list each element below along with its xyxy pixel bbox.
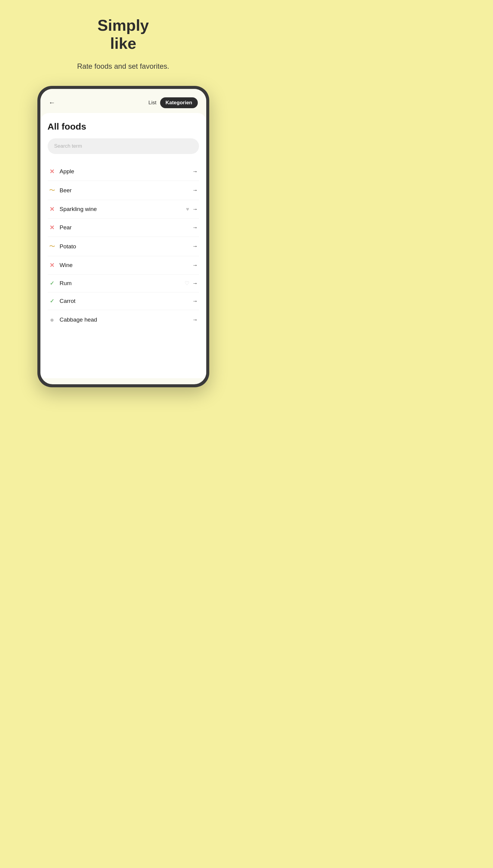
check-icon: ✓ (49, 280, 56, 287)
food-left: ● Cabbage head (49, 315, 98, 324)
arrow-icon[interactable]: → (192, 280, 198, 287)
cross-icon: ✕ (49, 262, 56, 269)
food-right: ♡ → (185, 280, 198, 287)
food-right: ♥ → (186, 206, 198, 213)
food-item[interactable]: ✕ Sparkling wine ♥ → (48, 200, 199, 219)
cross-icon: ✕ (49, 224, 56, 231)
food-left: 〜 Beer (49, 186, 72, 194)
arrow-icon[interactable]: → (192, 225, 198, 231)
screen-body: All foods Search term ✕ Apple → 〜 Beer → (40, 113, 206, 378)
food-left: ✕ Pear (49, 224, 72, 231)
food-right: → (192, 262, 198, 269)
food-item[interactable]: ✕ Wine → (48, 256, 199, 274)
screen-header: ← List Kategorien (40, 89, 206, 113)
back-button[interactable]: ← (49, 99, 56, 107)
arrow-icon[interactable]: → (192, 298, 198, 305)
food-name: Wine (60, 262, 73, 269)
hero-subtitle: Rate foods and set favorites. (77, 61, 169, 72)
food-name: Beer (60, 187, 72, 194)
food-name: Carrot (60, 298, 76, 305)
food-name: Pear (60, 224, 72, 231)
food-item[interactable]: 〜 Beer → (48, 181, 199, 200)
arrow-icon[interactable]: → (192, 317, 198, 323)
cross-icon: ✕ (49, 168, 56, 175)
food-name: Potato (60, 243, 76, 250)
cross-icon: ✕ (49, 205, 56, 213)
wave-icon: 〜 (49, 242, 56, 250)
food-right: → (192, 298, 198, 305)
arrow-icon[interactable]: → (192, 262, 198, 269)
food-item[interactable]: 〜 Potato → (48, 237, 199, 256)
food-right: → (192, 169, 198, 175)
arrow-icon[interactable]: → (192, 243, 198, 249)
wave-icon: 〜 (49, 186, 56, 194)
food-left: ✕ Sparkling wine (49, 205, 97, 213)
search-bar[interactable]: Search term (48, 138, 199, 154)
food-right: → (192, 187, 198, 194)
food-name: Sparkling wine (60, 206, 97, 213)
food-left: ✕ Apple (49, 168, 74, 175)
food-right: → (192, 243, 198, 249)
food-right: → (192, 225, 198, 231)
food-name: Apple (60, 168, 74, 175)
food-right: → (192, 317, 198, 323)
food-item[interactable]: ✕ Pear → (48, 219, 199, 237)
food-name: Rum (60, 280, 72, 287)
food-item[interactable]: ✕ Apple → (48, 162, 199, 181)
hero-section: Simplylike Rate foods and set favorites. (0, 0, 246, 71)
phone-screen: ← List Kategorien All foods Search term … (40, 89, 206, 384)
tab-list[interactable]: List (148, 100, 156, 106)
food-name: Cabbage head (60, 316, 98, 323)
food-item[interactable]: ✓ Rum ♡ → (48, 274, 199, 292)
check-icon: ✓ (49, 298, 56, 305)
arrow-icon[interactable]: → (192, 206, 198, 213)
heart-filled-icon[interactable]: ♥ (186, 206, 189, 213)
heart-outline-icon[interactable]: ♡ (185, 280, 189, 287)
food-left: 〜 Potato (49, 242, 76, 250)
food-item[interactable]: ✓ Carrot → (48, 292, 199, 310)
food-list: ✕ Apple → 〜 Beer → ✕ Sparkling wine ♥ (48, 162, 199, 329)
nav-tabs: List Kategorien (148, 97, 197, 108)
phone-mockup: ← List Kategorien All foods Search term … (37, 86, 209, 387)
food-item[interactable]: ● Cabbage head → (48, 310, 199, 329)
arrow-icon[interactable]: → (192, 169, 198, 175)
page-title: All foods (48, 121, 199, 132)
food-left: ✓ Carrot (49, 298, 76, 305)
dot-icon: ● (49, 315, 56, 324)
food-left: ✕ Wine (49, 262, 73, 269)
arrow-icon[interactable]: → (192, 187, 198, 194)
tab-kategorien[interactable]: Kategorien (160, 97, 198, 108)
food-left: ✓ Rum (49, 280, 72, 287)
search-placeholder: Search term (54, 143, 82, 149)
hero-title: Simplylike (98, 17, 149, 53)
